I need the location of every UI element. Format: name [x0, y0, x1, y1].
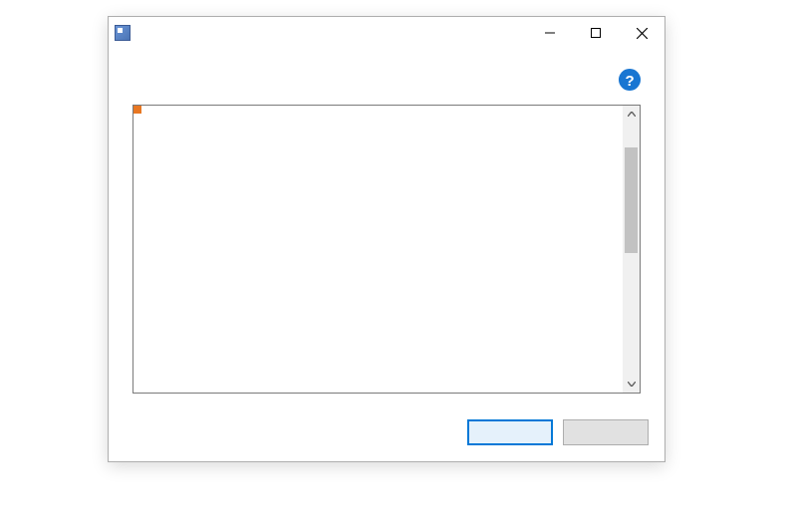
titlebar[interactable]	[109, 17, 664, 49]
scrollbar[interactable]	[623, 106, 640, 393]
svg-rect-1	[592, 29, 601, 38]
minimize-button[interactable]	[527, 18, 573, 48]
app-icon	[115, 25, 131, 41]
scroll-thumb[interactable]	[625, 147, 638, 253]
scroll-up-button[interactable]	[623, 106, 640, 123]
windows-features-dialog: ?	[108, 16, 665, 462]
maximize-button[interactable]	[573, 18, 619, 48]
cancel-button[interactable]	[563, 419, 649, 445]
feature-tree	[133, 105, 641, 394]
close-button[interactable]	[619, 18, 664, 48]
help-icon[interactable]: ?	[619, 69, 641, 91]
scroll-down-button[interactable]	[623, 376, 640, 393]
ok-button[interactable]	[467, 419, 553, 445]
